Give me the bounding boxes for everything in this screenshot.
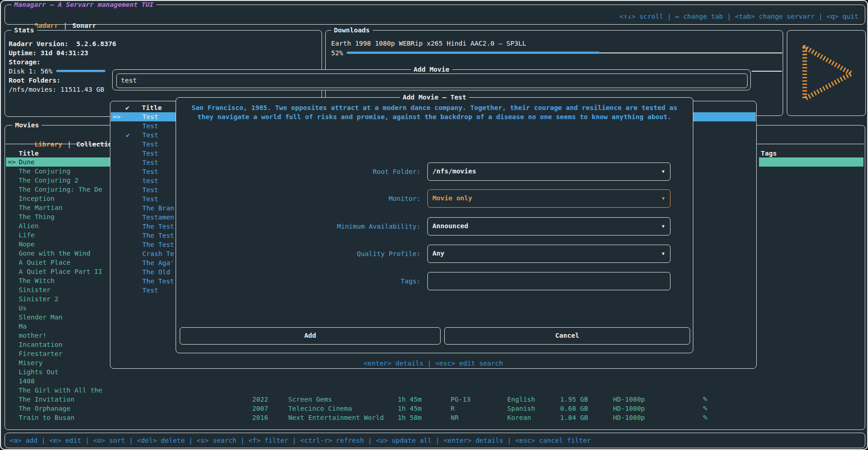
- movie-row[interactable]: The Invitation: [6, 395, 114, 404]
- result-title: test: [142, 176, 158, 185]
- movie-title: mother!: [19, 331, 47, 340]
- movie-row[interactable]: The Conjuring: The De: [6, 185, 114, 194]
- movie-title: Incantation: [19, 340, 62, 349]
- quality-profile-dropdown[interactable]: Any▼: [427, 245, 670, 263]
- result-title: Test: [142, 131, 158, 140]
- movie-row[interactable]: A Quiet Place Part II: [6, 267, 114, 276]
- movie-row[interactable]: The Conjuring 2: [6, 176, 114, 185]
- movie-row[interactable]: Inception: [6, 194, 114, 203]
- edit-pencil-icon: ✎: [702, 404, 708, 413]
- movie-certification-cell: R: [451, 404, 455, 413]
- movie-row[interactable]: Incantation: [6, 340, 114, 349]
- movie-search-input[interactable]: test: [116, 73, 748, 88]
- movie-row[interactable]: Train to Busan: [6, 413, 114, 422]
- movie-row[interactable]: mother!: [6, 331, 114, 340]
- movie-year-cell: 2016: [252, 413, 268, 422]
- movie-row[interactable]: Slender Man: [6, 313, 114, 322]
- monitor-dropdown[interactable]: Movie only▼: [427, 189, 670, 208]
- movie-row[interactable]: =>Dune: [6, 157, 114, 167]
- selection-arrow: =>: [113, 112, 120, 121]
- movie-row[interactable]: The Thing: [6, 212, 114, 221]
- movie-title: Dune: [19, 157, 35, 167]
- movie-title: Life: [19, 230, 35, 240]
- movie-row[interactable]: Lights Out: [6, 367, 114, 377]
- movies-tags-column-header: Tags: [761, 149, 777, 158]
- movie-title: Sinister 2: [19, 294, 58, 303]
- movie-row[interactable]: Misery: [6, 358, 114, 367]
- tags-input[interactable]: [427, 272, 670, 290]
- download-item-title: Earth 1998 1080p WEBRip x265 Hindi AAC2.…: [331, 39, 526, 48]
- movie-row[interactable]: Sinister 2: [6, 294, 114, 303]
- movie-overview-line-2: they navigate a world full of risks and …: [176, 112, 693, 121]
- movie-row[interactable]: Sinister: [6, 285, 114, 294]
- movie-quality-cell: HD-1080p: [613, 404, 645, 413]
- tab-sonarr[interactable]: Sonarr: [73, 22, 96, 29]
- movie-title: The Conjuring: [19, 167, 71, 176]
- movie-studio-cell: Telecinco Cinema: [288, 404, 352, 413]
- results-keybinds-help: <enter> details | <esc> edit search: [110, 359, 756, 368]
- result-title: Test: [142, 140, 158, 149]
- movie-row[interactable]: 1408: [6, 377, 114, 386]
- movie-row[interactable]: Ma: [6, 322, 114, 331]
- movie-row[interactable]: The Orphanage: [6, 404, 114, 413]
- movie-quality-cell: HD-1080p: [613, 395, 645, 404]
- movie-year-cell: 2007: [252, 404, 268, 413]
- root-folder-dropdown[interactable]: /nfs/movies▼: [427, 162, 670, 181]
- result-title: Test: [142, 121, 158, 131]
- edit-pencil-icon: ✎: [702, 413, 708, 422]
- movie-title: Sinister: [19, 285, 51, 294]
- movie-quality-cell: HD-1080p: [613, 413, 645, 422]
- result-title: The Test: [142, 277, 174, 286]
- movie-row[interactable]: The Girl with All the: [6, 386, 114, 395]
- stats-line: /nfs/movies: 11511.43 GB: [9, 85, 116, 94]
- result-title: Test: [142, 286, 158, 295]
- add-movie-search-panel: Add Movie test: [112, 69, 751, 90]
- movie-row[interactable]: Alien: [6, 221, 114, 230]
- movie-row[interactable]: The Martian: [6, 203, 114, 212]
- movie-size-cell: 1.84 GB: [560, 413, 588, 422]
- add-button[interactable]: Add: [180, 327, 441, 345]
- movie-title: The Witch: [19, 276, 55, 285]
- check-column-header-icon: ✔: [125, 103, 130, 112]
- stats-lines: Radarr Version: 5.2.6.8376Uptime: 31d 04…: [9, 39, 116, 94]
- movie-language-cell: Spanish: [507, 404, 535, 413]
- movie-row[interactable]: The Witch: [6, 276, 114, 285]
- stats-panel-title: Stats: [11, 26, 37, 35]
- servarr-tabs: Radarr|Sonarr: [10, 12, 96, 21]
- chevron-down-icon: ▼: [662, 190, 665, 207]
- stats-line: Root Folders:: [9, 76, 116, 85]
- tab-radarr[interactable]: Radarr: [34, 22, 58, 29]
- movie-row[interactable]: Firestarter: [6, 349, 114, 358]
- result-title: Testamen: [142, 213, 174, 222]
- movie-row[interactable]: Life: [6, 230, 114, 240]
- checked-icon: ✔: [126, 131, 130, 140]
- download-percent-label: 52%: [331, 48, 343, 58]
- movie-size-cell: 0.68 GB: [560, 404, 588, 413]
- minimum-availability-dropdown[interactable]: Announced▼: [427, 217, 670, 235]
- minimum-availability-label: Minimum Availability:: [180, 217, 421, 235]
- monitor-label: Monitor:: [180, 189, 421, 208]
- movie-language-cell: Korean: [507, 413, 531, 422]
- movie-title: The Conjuring 2: [19, 176, 78, 185]
- download-progress-bar: [347, 52, 600, 54]
- cancel-button[interactable]: Cancel: [444, 327, 690, 345]
- selected-row-tags-highlight: [759, 157, 863, 167]
- movie-title: The Orphanage: [19, 404, 71, 413]
- result-title: The Old: [142, 267, 170, 277]
- downloads-border-fragment: [752, 71, 782, 72]
- movie-row[interactable]: Us: [6, 303, 114, 313]
- result-title: The Test: [142, 222, 174, 231]
- movie-row[interactable]: A Quiet Place: [6, 258, 114, 267]
- search-panel-title: Add Movie: [411, 65, 452, 74]
- result-title: Test: [142, 149, 158, 158]
- movie-overview-line-1: San Francisco, 1985. Two opposites attra…: [176, 103, 693, 112]
- tab-library[interactable]: Library: [34, 141, 62, 148]
- movie-row[interactable]: The Conjuring: [6, 167, 114, 176]
- movie-row[interactable]: Gone with the Wind: [6, 249, 114, 258]
- movie-language-cell: English: [507, 395, 535, 404]
- movie-title: 1408: [19, 377, 35, 386]
- movie-runtime-cell: 1h 45m: [398, 404, 421, 413]
- movie-row[interactable]: Nope: [6, 240, 114, 249]
- result-title: Test: [142, 185, 158, 194]
- movie-title: The Conjuring: The De: [19, 185, 102, 194]
